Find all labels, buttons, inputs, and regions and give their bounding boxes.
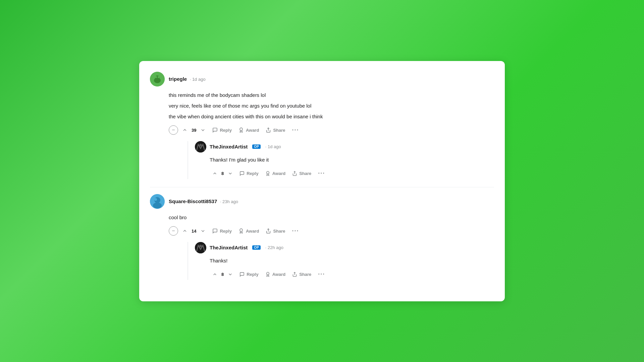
comment-1: tripegle · 1d ago this reminds me of the… — [150, 72, 494, 179]
award-button-1[interactable]: Award — [236, 125, 262, 135]
award-icon-reply-2 — [265, 272, 270, 277]
comment-2: Square-Biscotti8537 · 23h ago cool bro −… — [150, 194, 494, 280]
collapse-button-2[interactable]: − — [169, 226, 178, 236]
svg-point-15 — [240, 229, 243, 231]
reply-button-reply-2[interactable]: Reply — [237, 270, 261, 279]
downvote-button-1[interactable] — [198, 125, 208, 135]
divider — [150, 187, 494, 187]
share-button-1[interactable]: Share — [263, 125, 288, 135]
share-button-reply-2[interactable]: Share — [289, 270, 314, 279]
timestamp-reply-2: · 22h ago — [265, 245, 283, 250]
more-button-reply-2[interactable]: ··· — [315, 269, 328, 280]
award-icon-1 — [238, 127, 244, 133]
reply-icon-reply-2 — [239, 272, 245, 277]
reply-button-reply-1[interactable]: Reply — [237, 169, 261, 178]
reply-icon-2 — [212, 228, 218, 234]
vote-count-reply-2: 8 — [221, 272, 224, 277]
avatar-biscotti — [150, 194, 165, 209]
svg-point-5 — [240, 128, 243, 130]
reply-button-1[interactable]: Reply — [210, 125, 234, 135]
downvote-icon-1 — [200, 127, 206, 133]
downvote-icon-2 — [200, 228, 206, 234]
downvote-icon-reply-1 — [228, 171, 233, 176]
downvote-icon-reply-2 — [228, 272, 233, 277]
reply-2-action-bar: 8 Reply — [210, 269, 494, 280]
op-badge-1: OP — [252, 144, 260, 149]
svg-point-14 — [154, 198, 157, 201]
comment-2-body: cool bro − 14 — [150, 214, 494, 280]
username-tripegle: tripegle — [169, 76, 187, 82]
reply-2-header: TheJinxedArtist OP · 22h ago — [195, 242, 494, 253]
comment-1-meta: tripegle · 1d ago — [169, 76, 206, 82]
comment-2-action-bar: − 14 Reply — [169, 226, 494, 237]
share-button-2[interactable]: Share — [263, 226, 288, 236]
reply-button-2[interactable]: Reply — [210, 226, 234, 236]
reply-1-text: Thanks! I'm glad you like it — [210, 156, 494, 164]
username-jinxedartist-2: TheJinxedArtist — [210, 245, 248, 250]
reply-1-header: TheJinxedArtist OP · 1d ago — [195, 141, 494, 153]
more-button-reply-1[interactable]: ··· — [315, 168, 328, 179]
reply-thread-2: TheJinxedArtist OP · 22h ago Thanks! — [187, 242, 494, 280]
collapse-button-1[interactable]: − — [169, 125, 178, 135]
vote-count-1: 39 — [192, 128, 196, 133]
vote-count-reply-1: 8 — [221, 171, 224, 176]
reply-icon-1 — [212, 127, 218, 133]
share-button-reply-1[interactable]: Share — [289, 169, 314, 178]
svg-point-13 — [153, 202, 162, 208]
comment-1-text: this reminds me of the bodycam shaders l… — [169, 91, 494, 121]
vote-count-2: 14 — [192, 229, 196, 234]
svg-point-9 — [266, 171, 269, 174]
upvote-button-1[interactable] — [179, 125, 190, 135]
share-icon-2 — [266, 228, 271, 234]
comment-2-text: cool bro — [169, 214, 494, 222]
award-icon-2 — [238, 228, 244, 234]
comment-2-meta: Square-Biscotti8537 · 23h ago — [169, 198, 238, 204]
more-button-2[interactable]: ··· — [289, 226, 302, 237]
reply-thread-1: TheJinxedArtist OP · 1d ago Thanks! I'm … — [187, 141, 494, 179]
upvote-button-reply-2[interactable] — [210, 270, 220, 279]
svg-point-8 — [199, 144, 202, 146]
comment-2-header: Square-Biscotti8537 · 23h ago — [150, 194, 494, 209]
comment-1-header: tripegle · 1d ago — [150, 72, 494, 86]
reply-1-body: Thanks! I'm glad you like it 8 — [195, 156, 494, 179]
upvote-icon-reply-2 — [212, 272, 217, 277]
svg-point-19 — [266, 272, 269, 275]
svg-point-4 — [158, 76, 160, 78]
svg-rect-7 — [195, 141, 206, 153]
timestamp-reply-1: · 1d ago — [265, 144, 281, 149]
reply-2-text: Thanks! — [210, 257, 494, 265]
timestamp-comment-2: · 23h ago — [220, 199, 238, 204]
more-button-1[interactable]: ··· — [289, 125, 302, 136]
avatar-jinxedartist-2 — [195, 242, 206, 253]
op-badge-2: OP — [252, 245, 260, 250]
share-icon-1 — [266, 127, 271, 133]
upvote-button-2[interactable] — [179, 226, 190, 236]
award-button-2[interactable]: Award — [236, 226, 262, 236]
svg-point-3 — [155, 76, 157, 78]
comment-1-body: this reminds me of the bodycam shaders l… — [150, 91, 494, 179]
reply-2-body: Thanks! 8 — [195, 257, 494, 280]
upvote-icon-2 — [182, 228, 187, 234]
svg-point-18 — [199, 245, 202, 247]
reply-2: TheJinxedArtist OP · 22h ago Thanks! — [195, 242, 494, 280]
award-button-reply-1[interactable]: Award — [263, 169, 288, 178]
avatar-tripegle — [150, 72, 165, 86]
award-button-reply-2[interactable]: Award — [263, 270, 288, 279]
username-biscotti: Square-Biscotti8537 — [169, 198, 217, 204]
reply-1: TheJinxedArtist OP · 1d ago Thanks! I'm … — [195, 141, 494, 179]
reply-1-action-bar: 8 Reply — [210, 168, 494, 179]
username-jinxedartist-1: TheJinxedArtist — [210, 144, 248, 149]
award-icon-reply-1 — [265, 171, 270, 176]
upvote-icon-1 — [182, 127, 187, 133]
downvote-button-2[interactable] — [198, 226, 208, 236]
upvote-button-reply-1[interactable] — [210, 169, 220, 178]
avatar-jinxedartist-1 — [195, 141, 206, 153]
downvote-button-reply-1[interactable] — [225, 169, 235, 178]
timestamp-comment-1: · 1d ago — [190, 77, 206, 82]
share-icon-reply-2 — [292, 272, 297, 277]
comments-card: tripegle · 1d ago this reminds me of the… — [139, 61, 505, 301]
upvote-icon-reply-1 — [212, 171, 217, 176]
share-icon-reply-1 — [292, 171, 297, 176]
svg-rect-17 — [195, 242, 206, 253]
downvote-button-reply-2[interactable] — [225, 270, 235, 279]
